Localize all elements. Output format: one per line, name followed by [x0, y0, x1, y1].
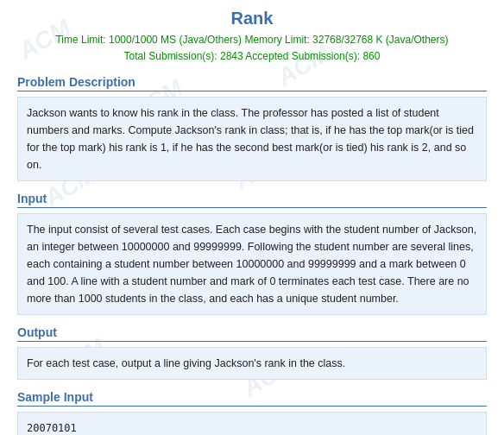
output-title: Output	[17, 325, 487, 342]
problem-description-title: Problem Description	[17, 75, 487, 91]
submission-stats: Total Submission(s): 2843 Accepted Submi…	[17, 48, 487, 65]
output-content: For each test case, output a line giving…	[17, 347, 487, 380]
input-content: The input consist of several test cases.…	[17, 213, 487, 315]
problem-description-content: Jackson wants to know his rank in the cl…	[17, 97, 487, 181]
input-title: Input	[17, 192, 487, 208]
time-memory-limit: Time Limit: 1000/1000 MS (Java/Others) M…	[17, 32, 487, 48]
page-title: Rank	[17, 9, 487, 28]
sample-input-title: Sample Input	[17, 390, 487, 407]
sample-input-content: 20070101 20070102 100 20070101 33 200701…	[17, 412, 487, 435]
meta-info: Time Limit: 1000/1000 MS (Java/Others) M…	[17, 32, 487, 65]
